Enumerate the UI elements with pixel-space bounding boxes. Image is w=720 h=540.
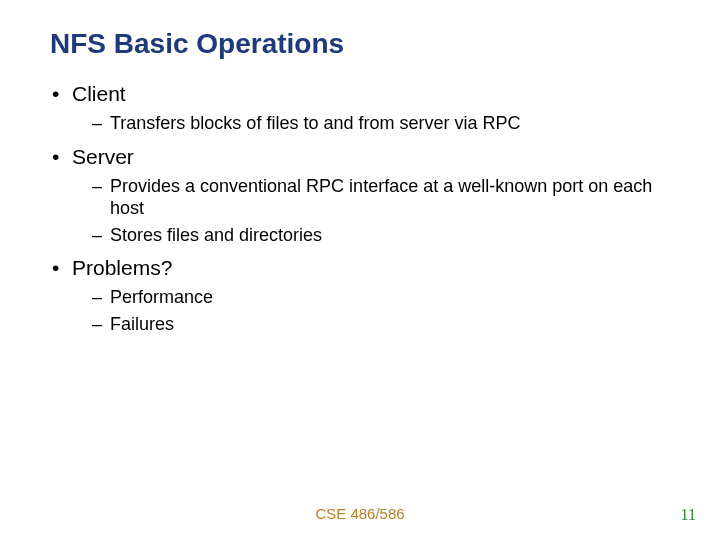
bullet-server: Server bbox=[50, 145, 670, 169]
slide-title: NFS Basic Operations bbox=[50, 28, 670, 60]
bullet-client-sub1: Transfers blocks of files to and from se… bbox=[50, 112, 670, 135]
bullet-list: Client Transfers blocks of files to and … bbox=[50, 82, 670, 335]
page-number: 11 bbox=[681, 506, 696, 524]
bullet-client: Client bbox=[50, 82, 670, 106]
bullet-problems-sub1: Performance bbox=[50, 286, 670, 309]
bullet-problems: Problems? bbox=[50, 256, 670, 280]
bullet-server-sub1: Provides a conventional RPC interface at… bbox=[50, 175, 670, 220]
bullet-problems-sub2: Failures bbox=[50, 313, 670, 336]
footer-course: CSE 486/586 bbox=[0, 505, 720, 522]
slide: NFS Basic Operations Client Transfers bl… bbox=[0, 0, 720, 335]
bullet-server-sub2: Stores files and directories bbox=[50, 224, 670, 247]
